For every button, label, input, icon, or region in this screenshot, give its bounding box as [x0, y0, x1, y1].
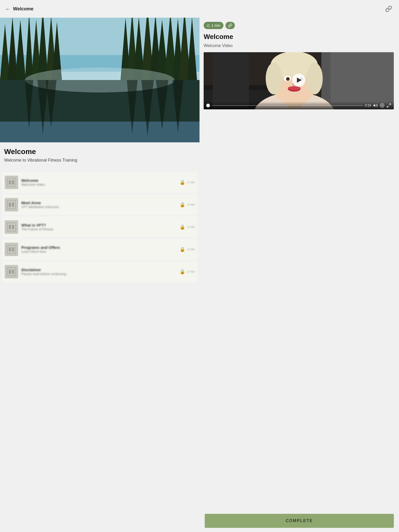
svg-rect-42 [12, 225, 14, 229]
course-duration: 3 min [187, 248, 195, 251]
course-name: Welcome [21, 178, 176, 183]
svg-line-72 [389, 104, 391, 105]
svg-rect-46 [12, 247, 14, 251]
svg-point-61 [307, 63, 323, 94]
video-timestamp: 0:19 [365, 104, 371, 107]
course-thumbnail [5, 176, 18, 189]
progress-bar[interactable] [212, 105, 363, 106]
course-duration: 2 min [187, 270, 195, 274]
course-description: Welcome Video [21, 183, 176, 187]
course-item[interactable]: Programs and Offers Learn More Now 🔒 3 m… [2, 239, 197, 260]
course-name: Programs and Offers [21, 245, 176, 250]
svg-rect-49 [9, 270, 11, 274]
course-duration: 3 min [187, 225, 195, 229]
course-meta: 🔒 3 min [179, 202, 195, 208]
link-icon [228, 23, 232, 28]
tags-row: ◴ 1 min [204, 22, 394, 29]
course-thumbnail [5, 265, 18, 278]
course-name: Meet Anne [21, 201, 176, 205]
volume-icon[interactable] [373, 103, 378, 108]
lock-icon: 🔒 [179, 179, 185, 185]
lock-icon: 🔒 [179, 202, 185, 208]
back-button[interactable]: ← Welcome [5, 6, 34, 12]
course-duration: 1 min [187, 181, 195, 184]
main-content: Welcome Welcome to Vibrational Fitness T… [0, 18, 399, 284]
svg-line-73 [387, 106, 388, 107]
course-list: Welcome Welcome Video 🔒 1 min Meet Anne … [0, 172, 200, 282]
left-text-area: Welcome Welcome to Vibrational Fitness T… [0, 142, 200, 172]
course-thumbnail [5, 220, 18, 234]
video-controls: 0:19 [204, 102, 394, 109]
svg-rect-38 [12, 203, 14, 207]
thumbnail-icon [7, 200, 16, 209]
settings-icon[interactable] [380, 103, 384, 108]
share-button[interactable] [383, 4, 394, 14]
course-thumbnail [5, 198, 18, 211]
header: ← Welcome [0, 0, 399, 18]
course-info: What is VFT? The Future of Fitness [21, 223, 176, 231]
svg-rect-45 [9, 247, 11, 251]
course-name: What is VFT? [21, 223, 176, 227]
course-description: Learn More Now [21, 250, 176, 254]
svg-point-60 [266, 63, 282, 94]
course-meta: 🔒 1 min [179, 179, 195, 185]
play-icon [297, 78, 302, 83]
course-info: Disclaimer Please read before continuing [21, 268, 176, 276]
thumbnail-icon [7, 222, 16, 232]
course-item[interactable]: Meet Anne VFT Meditation Instructor 🔒 3 … [2, 194, 197, 215]
progress-indicator[interactable] [206, 104, 210, 107]
link-tag[interactable] [225, 22, 235, 29]
svg-point-71 [382, 105, 383, 106]
course-item[interactable]: Welcome Welcome Video 🔒 1 min [2, 172, 197, 193]
svg-rect-41 [9, 225, 11, 229]
svg-marker-70 [374, 104, 375, 107]
course-duration: 3 min [187, 203, 195, 207]
course-description: The Future of Fitness [21, 227, 176, 231]
course-meta: 🔒 3 min [179, 247, 195, 252]
play-button[interactable] [292, 74, 305, 87]
course-meta: 🔒 3 min [179, 224, 195, 230]
course-item[interactable]: What is VFT? The Future of Fitness 🔒 3 m… [2, 217, 197, 237]
thumbnail-icon [7, 245, 16, 254]
left-title: Welcome [4, 148, 195, 156]
share-icon [385, 5, 392, 12]
course-item[interactable]: Disclaimer Please read before continuing… [2, 261, 197, 282]
svg-rect-37 [9, 203, 11, 207]
svg-rect-50 [12, 270, 14, 274]
right-column: ◴ 1 min Welcome Welcome Video [200, 18, 399, 284]
lock-icon: 🔒 [179, 269, 185, 275]
svg-rect-53 [330, 52, 394, 109]
back-icon: ← [5, 6, 10, 12]
course-info: Meet Anne VFT Meditation Instructor [21, 201, 176, 209]
course-description: VFT Meditation Instructor [21, 205, 176, 209]
svg-rect-33 [9, 180, 11, 184]
left-column: Welcome Welcome to Vibrational Fitness T… [0, 18, 200, 284]
course-thumbnail [5, 243, 18, 256]
duration-tag: ◴ 1 min [204, 22, 223, 29]
course-meta: 🔒 2 min [179, 269, 195, 275]
video-icons [373, 103, 391, 108]
svg-rect-34 [12, 180, 14, 184]
course-info: Welcome Welcome Video [21, 178, 176, 187]
svg-point-64 [286, 77, 290, 81]
tree-svg [0, 18, 200, 142]
svg-point-68 [288, 86, 301, 90]
course-info: Programs and Offers Learn More Now [21, 245, 176, 254]
fullscreen-icon[interactable] [387, 103, 391, 108]
complete-button[interactable]: COMPLETE [205, 514, 394, 528]
course-name: Disclaimer [21, 268, 176, 272]
course-description: Please read before continuing [21, 272, 176, 276]
clock-icon: ◴ [207, 23, 210, 28]
right-title: Welcome [204, 33, 394, 41]
left-subtitle: Welcome to Vibrational Fitness Training [4, 158, 195, 163]
thumbnail-icon [7, 267, 16, 276]
video-player[interactable]: 0:19 [204, 52, 394, 109]
complete-button-area: COMPLETE [200, 510, 399, 532]
right-subtitle: Welcome Video [204, 43, 394, 48]
header-title: Welcome [13, 6, 34, 12]
duration-label: 1 min [211, 23, 220, 28]
lock-icon: 🔒 [179, 247, 185, 252]
svg-rect-69 [213, 52, 249, 108]
hero-image [0, 18, 200, 142]
thumbnail-icon [7, 178, 16, 187]
